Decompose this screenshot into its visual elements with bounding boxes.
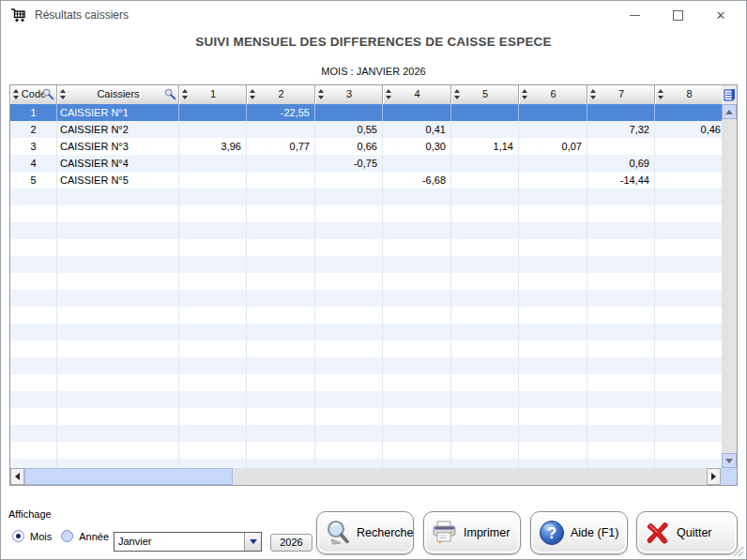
table-cell xyxy=(655,357,722,374)
table-cell xyxy=(451,121,519,138)
table-cell xyxy=(10,408,57,425)
table-cell xyxy=(57,425,179,442)
radio-mois-label: Mois xyxy=(30,531,52,542)
maximize-button[interactable] xyxy=(656,1,699,29)
table-cell xyxy=(451,189,519,205)
table-cell xyxy=(383,222,451,239)
table-cell xyxy=(10,239,57,256)
table-row-empty[interactable] xyxy=(10,341,722,357)
table-row[interactable]: 3CAISSIER N°33,960,770,660,301,140,07 xyxy=(10,138,722,155)
table-cell xyxy=(179,239,247,256)
table-cell xyxy=(315,425,383,442)
table-cell xyxy=(315,324,383,341)
radio-annee[interactable] xyxy=(61,530,73,542)
year-field[interactable]: 2026 xyxy=(270,534,313,552)
table-cell xyxy=(519,324,587,341)
quitter-button[interactable]: Quitter xyxy=(636,511,738,554)
horizontal-scrollbar[interactable] xyxy=(10,468,721,485)
affichage-label: Affichage xyxy=(8,508,52,520)
table-row-empty[interactable] xyxy=(10,459,722,468)
table-cell xyxy=(587,256,655,273)
scroll-up-button[interactable] xyxy=(722,104,737,119)
column-header-7[interactable]: 7 xyxy=(587,85,655,104)
table-row-empty[interactable] xyxy=(10,222,722,239)
table-row-empty[interactable] xyxy=(10,189,722,205)
radio-annee-label: Année xyxy=(79,531,109,542)
table-row-empty[interactable] xyxy=(10,273,722,290)
table-cell xyxy=(587,138,655,155)
radio-mois[interactable] xyxy=(12,530,24,542)
table-cell xyxy=(179,121,247,138)
column-header-6[interactable]: 6 xyxy=(519,85,587,104)
scroll-left-button[interactable] xyxy=(10,468,24,485)
column-header-1[interactable]: 1 xyxy=(179,85,247,104)
table-cell xyxy=(315,104,383,121)
table-cell xyxy=(315,391,383,408)
table-cell xyxy=(451,408,519,425)
table-row-empty[interactable] xyxy=(10,442,722,459)
recherche-button[interactable]: Recherche xyxy=(316,511,414,554)
table-row[interactable]: 1CAISSIER N°1-22,55 xyxy=(10,104,722,121)
table-row-empty[interactable] xyxy=(10,425,722,442)
table-cell xyxy=(10,459,57,468)
column-header-5[interactable]: 5 xyxy=(451,85,519,104)
column-header-2[interactable]: 2 xyxy=(247,85,315,104)
column-header-caissiers[interactable]: Caissiers xyxy=(57,85,179,104)
sort-arrows-icon xyxy=(590,89,597,100)
table-cell xyxy=(383,459,451,468)
table-cell xyxy=(10,307,57,324)
table-cell: 0,46 xyxy=(655,121,722,138)
table-cell xyxy=(10,357,57,374)
month-dropdown[interactable]: Janvier xyxy=(114,532,262,552)
table-cell xyxy=(655,104,722,121)
imprimer-button-label: Imprimer xyxy=(464,526,510,539)
table-menu-icon[interactable] xyxy=(722,85,737,104)
magnifier-icon[interactable] xyxy=(164,88,176,100)
horizontal-scroll-thumb[interactable] xyxy=(24,468,233,485)
column-header-8[interactable]: 8 xyxy=(655,85,722,104)
column-header-3[interactable]: 3 xyxy=(315,85,383,104)
table-row-empty[interactable] xyxy=(10,239,722,256)
aide-button-label: Aide (F1) xyxy=(571,526,618,539)
vertical-scrollbar[interactable] xyxy=(722,104,737,468)
table-cell: 3 xyxy=(10,138,57,155)
resize-grip[interactable] xyxy=(730,543,744,557)
minimize-button[interactable] xyxy=(613,1,656,29)
table-row[interactable]: 5CAISSIER N°5-6,68-14,44 xyxy=(10,172,722,189)
imprimer-button[interactable]: Imprimer xyxy=(423,511,521,554)
table-row-empty[interactable] xyxy=(10,374,722,391)
aide-button[interactable]: ? Aide (F1) xyxy=(530,511,628,554)
scroll-down-button[interactable] xyxy=(722,453,737,468)
table-row-empty[interactable] xyxy=(10,205,722,222)
table-cell xyxy=(247,256,315,273)
table-row-empty[interactable] xyxy=(10,256,722,273)
column-header-code[interactable]: Code xyxy=(10,85,57,104)
sort-arrows-icon xyxy=(318,89,325,100)
table-cell xyxy=(247,205,315,222)
table-row-empty[interactable] xyxy=(10,357,722,374)
quit-x-icon xyxy=(644,519,672,547)
table-row-empty[interactable] xyxy=(10,408,722,425)
table-row[interactable]: 2CAISSIER N°20,550,417,320,46 xyxy=(10,121,722,138)
table-cell xyxy=(519,374,587,391)
table-cell xyxy=(383,155,451,172)
magnifier-icon[interactable] xyxy=(42,88,54,100)
scroll-right-button[interactable] xyxy=(707,468,721,485)
table-cell xyxy=(179,374,247,391)
table-cell xyxy=(383,374,451,391)
table-row-empty[interactable] xyxy=(10,290,722,307)
table-row-empty[interactable] xyxy=(10,307,722,324)
column-header-4[interactable]: 4 xyxy=(383,85,451,104)
shopping-cart-icon xyxy=(10,7,27,23)
help-icon: ? xyxy=(538,519,566,547)
table-cell xyxy=(451,290,519,307)
table-cell xyxy=(10,341,57,357)
dropdown-button[interactable] xyxy=(244,533,261,551)
table-cell xyxy=(587,324,655,341)
table-cell xyxy=(57,307,179,324)
table-row-empty[interactable] xyxy=(10,391,722,408)
table-row-empty[interactable] xyxy=(10,324,722,341)
close-button[interactable]: ✕ xyxy=(699,1,742,29)
table-row[interactable]: 4CAISSIER N°4-0,750,69 xyxy=(10,155,722,172)
table-cell xyxy=(383,189,451,205)
